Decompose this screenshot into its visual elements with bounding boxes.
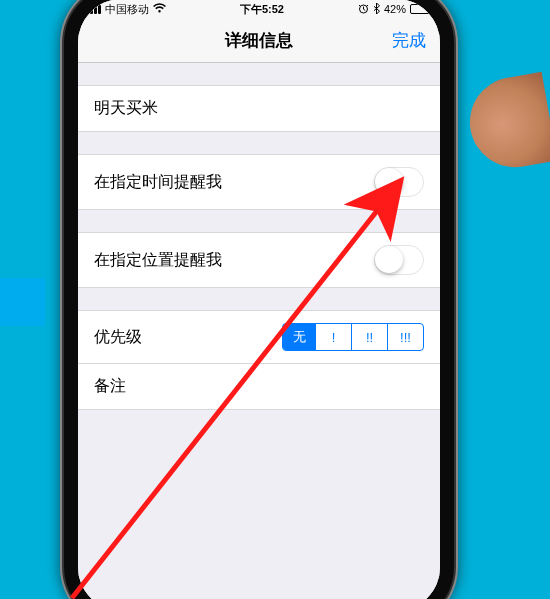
clock-label: 下午5:52 [240, 2, 284, 17]
finger-photo [463, 72, 550, 175]
bluetooth-icon [373, 3, 380, 16]
battery-icon [410, 4, 432, 14]
time-alert-label: 在指定时间提醒我 [94, 172, 222, 193]
page-title: 详细信息 [225, 29, 293, 52]
location-alert-label: 在指定位置提醒我 [94, 250, 222, 271]
priority-none-button[interactable]: 无 [283, 324, 315, 350]
reminder-title-text: 明天买米 [94, 98, 158, 119]
location-alert-toggle[interactable] [374, 245, 424, 275]
iphone-device: 中国移动 下午5:52 42% 详细信息 完成 [64, 0, 454, 599]
alarm-icon [358, 3, 369, 16]
left-blue-square [0, 278, 45, 326]
notes-label: 备注 [94, 376, 126, 397]
reminder-title-row[interactable]: 明天买米 [78, 85, 440, 132]
screen: 中国移动 下午5:52 42% 详细信息 完成 [78, 0, 440, 599]
battery-percent-label: 42% [384, 3, 406, 15]
signal-icon [86, 5, 101, 14]
footer-spacer [78, 410, 440, 599]
priority-med-button[interactable]: !! [351, 324, 387, 350]
priority-segmented: 无 ! !! !!! [282, 323, 424, 351]
nav-bar: 详细信息 完成 [78, 19, 440, 63]
priority-high-button[interactable]: !!! [387, 324, 423, 350]
status-bar: 中国移动 下午5:52 42% [78, 0, 440, 19]
location-alert-row: 在指定位置提醒我 [78, 232, 440, 288]
time-alert-toggle[interactable] [374, 167, 424, 197]
carrier-label: 中国移动 [105, 2, 149, 17]
priority-low-button[interactable]: ! [315, 324, 351, 350]
time-alert-row: 在指定时间提醒我 [78, 154, 440, 210]
notes-row[interactable]: 备注 [78, 364, 440, 410]
priority-row: 优先级 无 ! !! !!! [78, 310, 440, 364]
done-button[interactable]: 完成 [392, 29, 426, 52]
wifi-icon [153, 3, 166, 15]
priority-label: 优先级 [94, 327, 142, 348]
